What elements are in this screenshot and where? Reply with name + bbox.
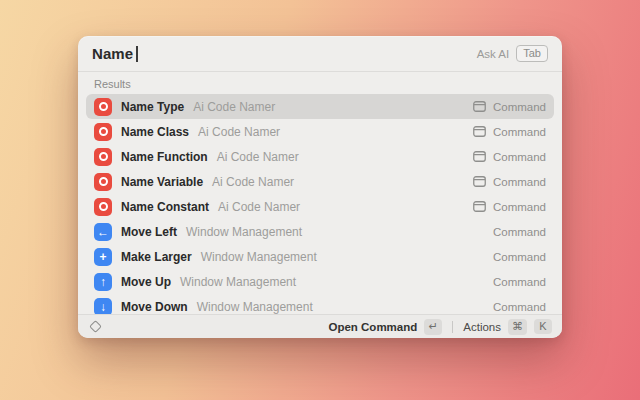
command-icon xyxy=(94,123,112,141)
k-keycap: K xyxy=(534,319,552,334)
actions-button[interactable]: Actions xyxy=(463,321,501,333)
result-title: Name Function xyxy=(121,150,208,164)
result-subtitle: Ai Code Namer xyxy=(212,175,294,189)
command-icon: ← xyxy=(94,223,112,241)
result-title: Name Variable xyxy=(121,175,203,189)
result-subtitle: Ai Code Namer xyxy=(198,125,280,139)
result-title: Move Down xyxy=(121,300,188,314)
result-subtitle: Window Management xyxy=(180,275,296,289)
command-icon: ↑ xyxy=(94,273,112,291)
view-window-icon xyxy=(473,201,486,212)
raycast-launcher-window: Name Ask AI Tab Results Name Type Ai Cod… xyxy=(78,36,562,338)
result-subtitle: Window Management xyxy=(186,225,302,239)
command-icon: ↓ xyxy=(94,298,112,315)
text-cursor xyxy=(136,46,138,62)
result-type-label: Command xyxy=(493,251,546,263)
raycast-logo-icon xyxy=(89,320,102,333)
result-subtitle: Window Management xyxy=(201,250,317,264)
result-row[interactable]: + Make Larger Window Management Command xyxy=(86,244,554,269)
result-title: Make Larger xyxy=(121,250,192,264)
result-type-label: Command xyxy=(493,276,546,288)
results-list[interactable]: Name Type Ai Code Namer Command Name Cla… xyxy=(78,92,562,314)
result-type-label: Command xyxy=(493,126,546,138)
open-command-button[interactable]: Open Command xyxy=(328,321,417,333)
result-title: Name Constant xyxy=(121,200,209,214)
command-icon xyxy=(94,173,112,191)
result-subtitle: Ai Code Namer xyxy=(217,150,299,164)
result-type-label: Command xyxy=(493,226,546,238)
result-title: Move Up xyxy=(121,275,171,289)
result-row[interactable]: Name Function Ai Code Namer Command xyxy=(86,144,554,169)
result-subtitle: Window Management xyxy=(197,300,313,314)
lifebuoy-glyph xyxy=(99,102,108,111)
result-type-label: Command xyxy=(493,151,546,163)
command-icon xyxy=(94,98,112,116)
search-input[interactable]: Name xyxy=(92,45,133,62)
result-title: Name Class xyxy=(121,125,189,139)
result-row[interactable]: ↓ Move Down Window Management Command xyxy=(86,294,554,314)
footer-divider xyxy=(452,321,453,333)
result-row[interactable]: Name Variable Ai Code Namer Command xyxy=(86,169,554,194)
command-icon xyxy=(94,148,112,166)
result-type-label: Command xyxy=(493,301,546,313)
result-row[interactable]: ↑ Move Up Window Management Command xyxy=(86,269,554,294)
result-type-label: Command xyxy=(493,101,546,113)
lifebuoy-glyph xyxy=(99,127,108,136)
footer-bar: Open Command ↵ Actions ⌘ K xyxy=(78,314,562,338)
view-window-icon xyxy=(473,101,486,112)
search-bar[interactable]: Name Ask AI Tab xyxy=(78,36,562,72)
result-row[interactable]: Name Constant Ai Code Namer Command xyxy=(86,194,554,219)
tab-keycap: Tab xyxy=(516,45,548,62)
view-window-icon xyxy=(473,151,486,162)
result-title: Name Type xyxy=(121,100,184,114)
lifebuoy-glyph xyxy=(99,202,108,211)
result-subtitle: Ai Code Namer xyxy=(218,200,300,214)
result-row[interactable]: ← Move Left Window Management Command xyxy=(86,219,554,244)
result-row[interactable]: Name Class Ai Code Namer Command xyxy=(86,119,554,144)
result-type-label: Command xyxy=(493,201,546,213)
lifebuoy-glyph xyxy=(99,177,108,186)
command-icon: + xyxy=(94,248,112,266)
results-section-header: Results xyxy=(78,72,562,92)
lifebuoy-glyph xyxy=(99,152,108,161)
result-type-label: Command xyxy=(493,176,546,188)
cmd-keycap: ⌘ xyxy=(508,319,527,335)
ask-ai-label[interactable]: Ask AI xyxy=(477,48,510,60)
result-title: Move Left xyxy=(121,225,177,239)
view-window-icon xyxy=(473,126,486,137)
view-window-icon xyxy=(473,176,486,187)
result-row[interactable]: Name Type Ai Code Namer Command xyxy=(86,94,554,119)
command-icon xyxy=(94,198,112,216)
return-keycap: ↵ xyxy=(424,319,442,335)
result-subtitle: Ai Code Namer xyxy=(193,100,275,114)
